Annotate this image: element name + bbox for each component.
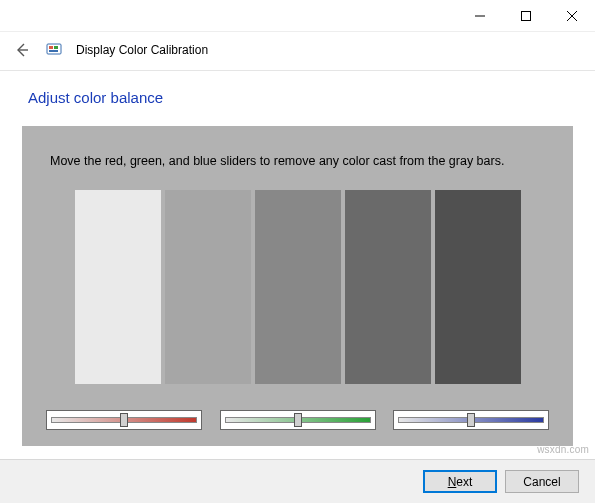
cancel-button[interactable]: Cancel: [505, 470, 579, 493]
green-slider[interactable]: [220, 410, 376, 430]
sliders-row: [44, 410, 551, 430]
red-slider[interactable]: [46, 410, 202, 430]
green-slider-track: [225, 417, 371, 423]
blue-slider-thumb[interactable]: [467, 413, 475, 427]
gray-bar-5: [435, 190, 521, 384]
red-slider-track: [51, 417, 197, 423]
green-slider-thumb[interactable]: [294, 413, 302, 427]
back-arrow-icon: [14, 42, 30, 58]
gray-bars-row: [44, 190, 551, 384]
page-heading: Adjust color balance: [22, 89, 573, 106]
blue-slider[interactable]: [393, 410, 549, 430]
maximize-icon: [521, 11, 531, 21]
svg-rect-8: [49, 50, 58, 52]
gray-bar-4: [345, 190, 431, 384]
instruction-text: Move the red, green, and blue sliders to…: [44, 154, 551, 168]
minimize-icon: [475, 11, 485, 21]
gray-bar-2: [165, 190, 251, 384]
red-slider-thumb[interactable]: [120, 413, 128, 427]
svg-rect-1: [522, 11, 531, 20]
close-button[interactable]: [549, 0, 595, 31]
watermark-text: wsxdn.com: [537, 444, 589, 455]
svg-rect-6: [49, 46, 53, 49]
content-area: Adjust color balance Move the red, green…: [0, 71, 595, 446]
window-title: Display Color Calibration: [76, 43, 208, 57]
svg-line-3: [567, 11, 577, 21]
gray-bar-3: [255, 190, 341, 384]
app-icon: [46, 42, 62, 58]
window-titlebar: [0, 0, 595, 32]
wizard-footer: Next Cancel: [0, 459, 595, 503]
close-icon: [567, 11, 577, 21]
minimize-button[interactable]: [457, 0, 503, 31]
calibration-panel: Move the red, green, and blue sliders to…: [22, 126, 573, 446]
svg-rect-7: [54, 46, 58, 49]
svg-line-2: [567, 11, 577, 21]
wizard-header: Display Color Calibration: [0, 32, 595, 68]
blue-slider-track: [398, 417, 544, 423]
next-label-rest: ext: [456, 475, 472, 489]
back-button[interactable]: [12, 40, 32, 60]
gray-bar-1: [75, 190, 161, 384]
maximize-button[interactable]: [503, 0, 549, 31]
next-button[interactable]: Next: [423, 470, 497, 493]
